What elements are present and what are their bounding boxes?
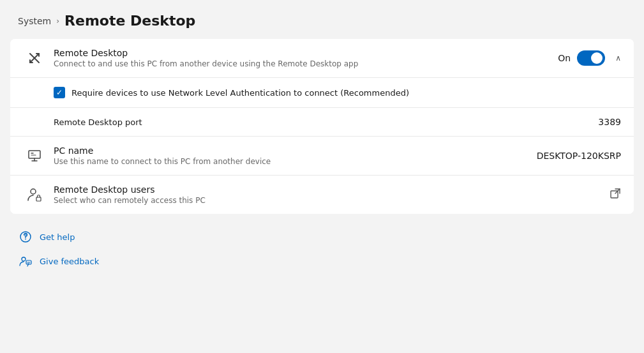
svg-rect-8 <box>36 197 41 201</box>
remote-desktop-controls: On ∧ <box>558 50 621 66</box>
rd-users-row: Remote Desktop users Select who can remo… <box>10 176 634 214</box>
nla-checkbox[interactable] <box>54 87 65 98</box>
settings-page: System › Remote Desktop Remote Desktop C… <box>0 0 644 353</box>
pc-name-subtitle: Use this name to connect to this PC from… <box>54 157 537 166</box>
get-help-label[interactable]: Get help <box>40 232 75 242</box>
rd-users-external-link[interactable] <box>610 188 621 202</box>
svg-rect-2 <box>29 151 40 158</box>
pc-name-value: DESKTOP-120KSRP <box>537 151 621 161</box>
port-label: Remote Desktop port <box>54 117 598 127</box>
rd-users-text: Remote Desktop users Select who can remo… <box>46 184 610 205</box>
port-value: 3389 <box>598 117 621 127</box>
port-row: Remote Desktop port 3389 <box>10 108 634 137</box>
svg-point-13 <box>25 239 26 240</box>
svg-point-7 <box>31 189 36 194</box>
svg-point-14 <box>22 257 26 261</box>
remote-desktop-title: Remote Desktop <box>54 48 558 58</box>
rd-users-icon-area <box>23 186 46 203</box>
pc-name-icon-area <box>23 148 46 163</box>
pc-name-text: PC name Use this name to connect to this… <box>46 146 537 166</box>
footer-links: Get help Give feedback <box>0 214 644 284</box>
get-help-item[interactable]: Get help <box>18 229 626 244</box>
pc-name-row: PC name Use this name to connect to this… <box>10 137 634 176</box>
breadcrumb-chevron: › <box>56 17 59 26</box>
breadcrumb-system[interactable]: System <box>18 16 51 26</box>
give-feedback-icon <box>18 253 33 269</box>
give-feedback-label[interactable]: Give feedback <box>40 257 99 266</box>
remote-desktop-collapse-chevron[interactable]: ∧ <box>615 54 621 63</box>
rd-users-title: Remote Desktop users <box>54 184 610 195</box>
rd-users-icon <box>26 186 43 203</box>
remote-desktop-subtitle: Connect to and use this PC from another … <box>54 59 558 68</box>
give-feedback-item[interactable]: Give feedback <box>18 253 626 269</box>
remote-desktop-toggle[interactable] <box>577 50 605 66</box>
header: System › Remote Desktop <box>0 0 644 39</box>
rd-users-subtitle: Select who can remotely access this PC <box>54 196 610 205</box>
nla-row: Require devices to use Network Level Aut… <box>10 78 634 108</box>
pc-name-icon <box>27 148 42 163</box>
nla-label: Require devices to use Network Level Aut… <box>71 88 409 98</box>
remote-desktop-icon <box>27 50 42 66</box>
settings-card: Remote Desktop Connect to and use this P… <box>10 39 634 214</box>
remote-desktop-text: Remote Desktop Connect to and use this P… <box>46 48 558 68</box>
remote-desktop-status-label: On <box>558 53 571 63</box>
get-help-icon <box>18 229 33 244</box>
pc-name-title: PC name <box>54 146 537 156</box>
remote-desktop-main-row: Remote Desktop Connect to and use this P… <box>10 39 634 78</box>
page-title: Remote Desktop <box>64 13 195 29</box>
remote-desktop-icon-area <box>23 50 46 66</box>
